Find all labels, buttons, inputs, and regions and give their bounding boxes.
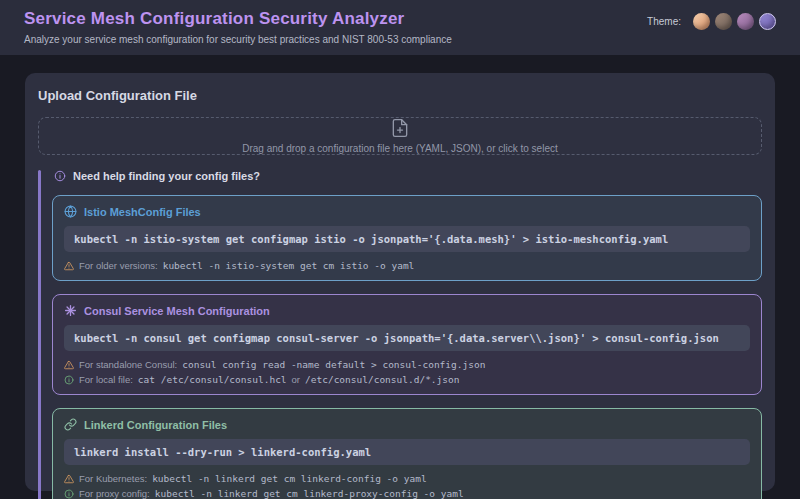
section-linkerd-title: Linkerd Configuration Files: [84, 419, 227, 431]
note-row: For proxy config: kubectl -n linkerd get…: [64, 488, 750, 499]
file-plus-icon: [390, 118, 410, 138]
info-icon: [64, 375, 74, 385]
header-text: Service Mesh Configuration Security Anal…: [24, 9, 452, 45]
note-command: consul config read -name default > consu…: [182, 359, 485, 370]
note-row: For Kubernetes: kubectl -n linkerd get c…: [64, 473, 750, 484]
section-consul-header: Consul Service Mesh Configuration: [64, 304, 750, 317]
note-row: For local file: cat /etc/consul/consul.h…: [64, 374, 750, 385]
theme-button-brown[interactable]: [715, 13, 732, 30]
theme-picker: Theme:: [647, 13, 776, 30]
note-row: For older versions: kubectl -n istio-sys…: [64, 260, 750, 271]
help-title-row: Need help finding your config files?: [52, 168, 762, 182]
help-section: Need help finding your config files? Ist…: [38, 168, 762, 499]
theme-button-peach[interactable]: [693, 13, 710, 30]
note-prefix: For standalone Consul:: [79, 359, 177, 370]
section-linkerd: Linkerd Configuration Files linkerd inst…: [52, 408, 762, 499]
note-row: For standalone Consul: consul config rea…: [64, 359, 750, 370]
linkerd-command: linkerd install --dry-run > linkerd-conf…: [64, 439, 750, 465]
note-command: kubectl -n istio-system get cm istio -o …: [163, 260, 415, 271]
note-command: kubectl -n linkerd get cm linkerd-proxy-…: [155, 488, 464, 499]
link-icon: [64, 418, 77, 431]
asterisk-icon: [64, 304, 77, 317]
linkerd-notes: For Kubernetes: kubectl -n linkerd get c…: [64, 473, 750, 499]
note-prefix: For older versions:: [79, 260, 158, 271]
upload-card: Upload Configuration File Drag and drop …: [25, 73, 775, 491]
section-linkerd-header: Linkerd Configuration Files: [64, 418, 750, 431]
card-heading: Upload Configuration File: [38, 88, 762, 103]
help-title: Need help finding your config files?: [73, 170, 260, 182]
page-title: Service Mesh Configuration Security Anal…: [24, 9, 452, 29]
app-header: Service Mesh Configuration Security Anal…: [0, 0, 800, 55]
consul-command: kubectl -n consul get configmap consul-s…: [64, 325, 750, 351]
section-istio-title: Istio MeshConfig Files: [84, 206, 201, 218]
section-consul: Consul Service Mesh Configuration kubect…: [52, 294, 762, 395]
istio-command: kubectl -n istio-system get configmap is…: [64, 226, 750, 252]
note-middle-text: or: [292, 374, 300, 385]
note-prefix: For local file:: [79, 374, 133, 385]
info-icon: [54, 170, 66, 182]
theme-button-mauve[interactable]: [737, 13, 754, 30]
note-command: kubectl -n linkerd get cm linkerd-config…: [152, 473, 427, 484]
note-prefix: For Kubernetes:: [79, 473, 147, 484]
section-istio: Istio MeshConfig Files kubectl -n istio-…: [52, 195, 762, 281]
note-prefix: For proxy config:: [79, 488, 150, 499]
page-subtitle: Analyze your service mesh configuration …: [24, 34, 452, 45]
warning-icon: [64, 261, 74, 271]
file-dropzone[interactable]: Drag and drop a configuration file here …: [38, 117, 762, 155]
istio-notes: For older versions: kubectl -n istio-sys…: [64, 260, 750, 271]
note-command: cat /etc/consul/consul.hcl: [138, 374, 287, 385]
globe-icon: [64, 205, 77, 218]
section-consul-title: Consul Service Mesh Configuration: [84, 305, 270, 317]
theme-button-purple[interactable]: [759, 13, 776, 30]
section-istio-header: Istio MeshConfig Files: [64, 205, 750, 218]
dropzone-text: Drag and drop a configuration file here …: [242, 143, 558, 154]
consul-notes: For standalone Consul: consul config rea…: [64, 359, 750, 385]
theme-label: Theme:: [647, 16, 681, 27]
warning-icon: [64, 474, 74, 484]
warning-icon: [64, 360, 74, 370]
info-icon: [64, 489, 74, 499]
note-command: /etc/consul/consul.d/*.json: [305, 374, 459, 385]
